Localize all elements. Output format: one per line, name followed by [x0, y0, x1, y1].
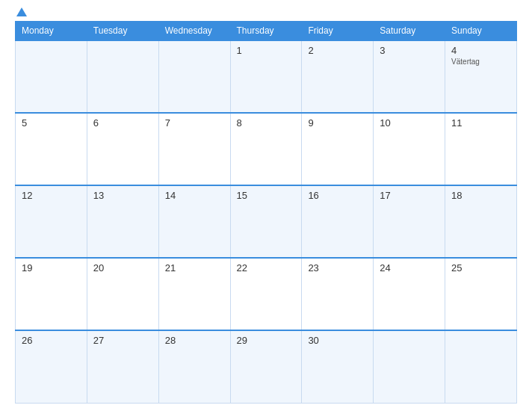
calendar-cell: 9: [302, 113, 374, 185]
day-number: 1: [237, 45, 242, 56]
day-number: 24: [380, 262, 390, 274]
calendar-cell: 29: [230, 330, 302, 403]
calendar-cell: 27: [87, 330, 158, 403]
day-number: 22: [237, 262, 247, 274]
calendar-cell: 3: [374, 40, 445, 113]
calendar-header: [15, 7, 517, 16]
day-number: 21: [165, 262, 176, 274]
day-number: 29: [237, 335, 247, 346]
calendar-week-row: 1234Vätertag: [16, 40, 517, 113]
day-number: 2: [308, 45, 313, 56]
calendar-cell: 11: [445, 113, 517, 185]
calendar-cell: 4Vätertag: [445, 40, 517, 113]
weekday-friday: Friday: [302, 22, 374, 41]
day-number: 23: [308, 262, 318, 274]
calendar-cell: 22: [230, 258, 302, 330]
weekday-saturday: Saturday: [374, 22, 445, 41]
calendar-cell: 26: [16, 330, 87, 403]
day-number: 26: [22, 335, 32, 346]
calendar-table: MondayTuesdayWednesdayThursdayFridaySatu…: [15, 21, 517, 404]
calendar-cell: 5: [16, 113, 87, 185]
calendar-cell: 12: [16, 185, 87, 258]
calendar-cell: 15: [230, 185, 302, 258]
day-number: 25: [451, 262, 462, 274]
calendar-week-row: 19202122232425: [16, 258, 517, 330]
calendar-week-row: 12131415161718: [16, 185, 517, 258]
day-number: 14: [165, 190, 176, 201]
calendar-body: 1234Vätertag5678910111213141516171819202…: [16, 40, 517, 404]
calendar-cell: [445, 330, 517, 403]
calendar-cell: 10: [374, 113, 445, 185]
day-number: 6: [93, 117, 99, 129]
calendar-cell: 7: [158, 113, 230, 185]
calendar-cell: 20: [87, 258, 158, 330]
calendar-cell: 23: [302, 258, 374, 330]
day-number: 5: [22, 117, 27, 129]
calendar-cell: 8: [230, 113, 302, 185]
calendar-cell: [158, 40, 230, 113]
day-number: 17: [380, 190, 390, 201]
calendar-cell: [374, 330, 445, 403]
weekday-tuesday: Tuesday: [87, 22, 158, 41]
holiday-name: Vätertag: [451, 58, 510, 66]
day-number: 3: [380, 45, 385, 56]
day-number: 12: [22, 190, 32, 201]
day-number: 8: [237, 117, 242, 129]
calendar-cell: 17: [374, 185, 445, 258]
calendar-cell: 28: [158, 330, 230, 403]
day-number: 18: [451, 190, 462, 201]
day-number: 15: [237, 190, 247, 201]
calendar-cell: 19: [16, 258, 87, 330]
logo-triangle-icon: [16, 7, 27, 16]
calendar-cell: 1: [230, 40, 302, 113]
day-number: 19: [22, 262, 32, 274]
calendar-cell: [16, 40, 87, 113]
weekday-monday: Monday: [16, 22, 87, 41]
calendar-cell: 21: [158, 258, 230, 330]
calendar-cell: 30: [302, 330, 374, 403]
calendar-cell: 14: [158, 185, 230, 258]
calendar-header-row: MondayTuesdayWednesdayThursdayFridaySatu…: [16, 22, 517, 41]
day-number: 16: [308, 190, 318, 201]
calendar-cell: 18: [445, 185, 517, 258]
day-number: 30: [308, 335, 318, 346]
day-number: 13: [93, 190, 104, 201]
logo: [15, 7, 27, 16]
day-number: 28: [165, 335, 176, 346]
calendar-week-row: 567891011: [16, 113, 517, 185]
weekday-wednesday: Wednesday: [158, 22, 230, 41]
calendar-cell: 6: [87, 113, 158, 185]
weekday-header-row: MondayTuesdayWednesdayThursdayFridaySatu…: [16, 22, 517, 41]
day-number: 27: [93, 335, 104, 346]
day-number: 4: [451, 45, 457, 56]
day-number: 20: [93, 262, 104, 274]
day-number: 11: [451, 117, 462, 129]
calendar-cell: 13: [87, 185, 158, 258]
weekday-thursday: Thursday: [230, 22, 302, 41]
weekday-sunday: Sunday: [445, 22, 517, 41]
calendar-cell: 24: [374, 258, 445, 330]
calendar-cell: [87, 40, 158, 113]
day-number: 10: [380, 117, 390, 129]
calendar-cell: 25: [445, 258, 517, 330]
calendar-week-row: 2627282930: [16, 330, 517, 403]
calendar-cell: 16: [302, 185, 374, 258]
day-number: 9: [308, 117, 313, 129]
calendar-cell: 2: [302, 40, 374, 113]
day-number: 7: [165, 117, 170, 129]
